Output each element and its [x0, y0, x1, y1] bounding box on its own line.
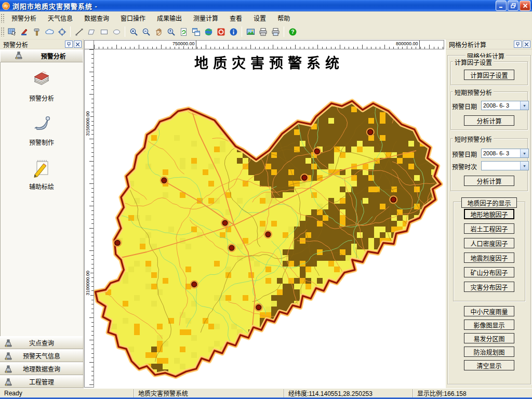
sidebar-item-0[interactable]: 预警分析	[29, 68, 54, 102]
sidebar-header-label: 预警分析	[38, 51, 70, 60]
factor-button-4[interactable]: 矿山分布因子	[464, 267, 514, 277]
analyze-button-short-time[interactable]: 分析计算	[464, 176, 514, 186]
left-panel-titlebar: 预警分析	[0, 39, 83, 49]
tool-button-4[interactable]: 清空显示	[464, 360, 514, 370]
toolbar: ?	[0, 24, 532, 39]
tool-button-3[interactable]: 防治规划图	[464, 347, 514, 357]
sidebar-item-1[interactable]: 预警制作	[29, 112, 54, 147]
short-time-group-label: 短时预警分析	[453, 135, 494, 143]
copy-window-icon[interactable]	[190, 25, 202, 38]
menu-grip[interactable]	[1, 14, 5, 23]
chevron-down-icon[interactable]: ▼	[520, 162, 528, 170]
hammer-tool-icon[interactable]	[31, 25, 43, 38]
factor-button-2[interactable]: 人口密度因子	[464, 238, 514, 248]
print-icon[interactable]	[257, 25, 269, 38]
warning-date-combo-1[interactable]: 2008- 6- 3 ▼	[481, 101, 529, 110]
menu-item-0[interactable]: 预警分析	[6, 11, 42, 24]
warning-analysis-panel: 预警分析 预警分析 预警分析预警制作辅助标绘 灾点查询预警天气信息地理数据查询工…	[0, 39, 84, 388]
menu-item-2[interactable]: 数据查询	[78, 11, 115, 24]
pan-hand-icon[interactable]	[152, 25, 165, 38]
menu-item-1[interactable]: 天气信息	[42, 11, 78, 24]
warning-date-combo-2[interactable]: 2008- 6- 3 ▼	[481, 149, 529, 158]
grid-analysis-panel: 网格分析计算 网格分析计算 计算因子设置 计算因子设置 短期预警分析 预警日期 …	[445, 39, 532, 388]
info-icon[interactable]	[227, 25, 240, 38]
sidebar-item-2[interactable]: 辅助标绘	[29, 156, 54, 191]
menu-item-3[interactable]: 窗口操作	[115, 11, 151, 24]
left-panel-title: 预警分析	[3, 40, 64, 49]
menu-item-7[interactable]: 设置	[248, 11, 272, 24]
status-document: 地质灾害预警系统	[134, 389, 284, 397]
close-button[interactable]	[520, 1, 530, 11]
zoom-out-icon[interactable]	[140, 25, 152, 38]
status-scale: 显示比例:166.158	[413, 389, 532, 397]
sidebar-group-1[interactable]: 预警天气信息	[0, 349, 83, 362]
zoom-in-icon[interactable]	[127, 25, 140, 38]
chevron-down-icon[interactable]: ▼	[520, 149, 528, 157]
status-ready: Ready	[0, 389, 134, 397]
draw-rectangle-icon[interactable]	[98, 25, 110, 38]
menu-bar: 预警分析天气信息数据查询窗口操作成果输出测量计算查看设置帮助	[0, 11, 532, 24]
geo-factor-display-button[interactable]: 地质因子的显示	[461, 197, 517, 208]
sidebar-group-header-active[interactable]: 预警分析	[0, 49, 83, 62]
chevron-down-icon[interactable]: ▼	[520, 101, 528, 110]
map-document: 750000.00 800000.00 3150000.00 3100000.0…	[84, 39, 445, 388]
zoom-extent-icon[interactable]	[165, 25, 177, 38]
tool-button-2[interactable]: 易发分区图	[464, 333, 514, 343]
map-image-icon[interactable]	[244, 25, 257, 38]
factor-button-0[interactable]: 地形地貌因子	[464, 209, 514, 219]
warning-date-value-2: 2008- 6- 3	[483, 150, 520, 156]
factor-button-5[interactable]: 灾害分布因子	[464, 282, 514, 292]
restore-button[interactable]	[508, 1, 518, 11]
toolbar-separator	[242, 26, 242, 37]
window-title: 浏阳市地质灾害预警系统 -	[12, 1, 98, 11]
geo-data-query-icon	[4, 364, 13, 375]
close-icon[interactable]	[74, 41, 82, 48]
calc-factor-settings-button[interactable]: 计算因子设置	[464, 70, 514, 80]
menu-item-8[interactable]: 帮助	[272, 11, 296, 24]
refresh-view-icon[interactable]	[177, 25, 190, 38]
right-panel-titlebar: 网格分析计算	[446, 39, 532, 49]
svg-text:?: ?	[291, 29, 294, 35]
redline-plot-icon[interactable]	[18, 25, 31, 38]
close-icon[interactable]	[523, 41, 530, 48]
locate-center-icon[interactable]	[56, 25, 68, 38]
toolbar-separator	[125, 26, 125, 37]
menu-item-5[interactable]: 测量计算	[188, 11, 224, 24]
help-icon[interactable]: ?	[286, 25, 299, 38]
sidebar-group-3[interactable]: 工程管理	[0, 375, 83, 388]
warning-making-icon	[30, 112, 53, 136]
sidebar-group-0[interactable]: 灾点查询	[0, 336, 83, 349]
menu-item-6[interactable]: 查看	[224, 11, 248, 24]
analyze-button-short-term[interactable]: 分析计算	[464, 115, 514, 126]
pin-icon[interactable]	[65, 41, 73, 48]
draw-ellipse-icon[interactable]	[110, 25, 123, 38]
warning-time-label: 预警时次	[452, 162, 477, 171]
ruler-x-tick	[419, 41, 420, 49]
ruler-y-label: 3150000.00	[85, 111, 90, 137]
sidebar-group-2[interactable]: 地理数据查询	[0, 362, 83, 375]
menu-item-4[interactable]: 成果输出	[151, 11, 188, 24]
vertical-ruler: 3150000.00 3100000.00	[84, 49, 94, 388]
warning-date-label: 预警日期	[452, 102, 477, 111]
warning-time-combo[interactable]: ▼	[481, 161, 529, 170]
pin-icon[interactable]	[514, 41, 522, 48]
print-preview-icon[interactable]	[269, 25, 282, 38]
horizontal-ruler: 750000.00 800000.00	[94, 40, 444, 49]
stamp-icon	[3, 50, 35, 61]
draw-line-icon[interactable]	[73, 25, 85, 38]
title-bar: dy 浏阳市地质灾害预警系统 -	[0, 0, 532, 11]
tool-button-1[interactable]: 影像图显示	[464, 320, 514, 330]
stop-icon[interactable]	[215, 25, 227, 38]
hazard-map-canvas[interactable]	[94, 49, 444, 387]
cloud-tool-icon[interactable]	[43, 25, 56, 38]
warning-weather-icon	[4, 351, 13, 362]
select-map-icon[interactable]	[6, 25, 18, 38]
tool-button-0[interactable]: 中小尺度雨量	[464, 306, 514, 316]
globe-icon[interactable]	[202, 25, 215, 38]
short-term-group-label: 短期预警分析	[453, 88, 494, 97]
minimize-button[interactable]	[496, 1, 507, 11]
factor-button-3[interactable]: 地震烈度因子	[464, 252, 514, 263]
factor-button-1[interactable]: 岩土工程因子	[464, 223, 514, 234]
draw-polygon-icon[interactable]	[85, 25, 98, 38]
toolbar-grip[interactable]	[1, 27, 5, 36]
